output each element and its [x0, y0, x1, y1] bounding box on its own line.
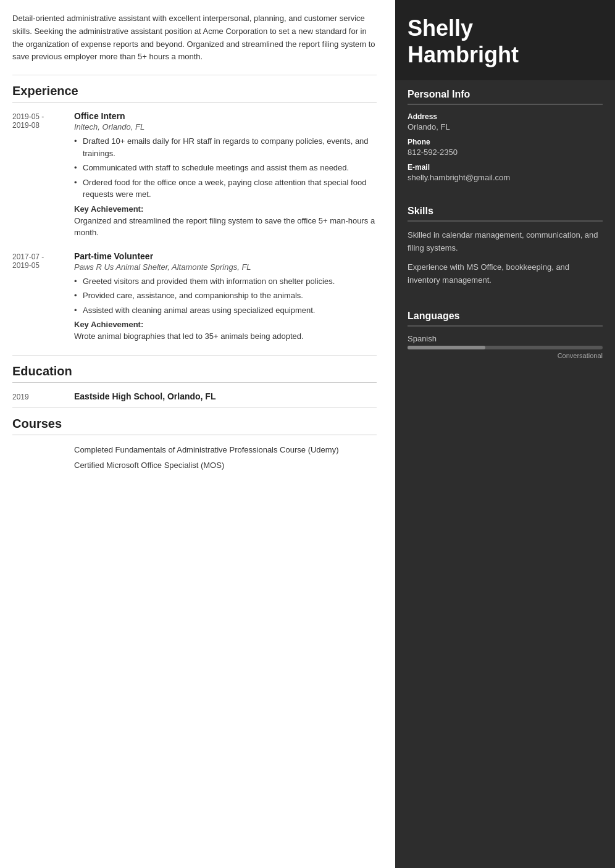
phone-value: 812-592-2350 [408, 148, 603, 157]
experience-item-1: 2019-05 - 2019-08 Office Intern Initech,… [12, 111, 377, 239]
exp-title-2: Part-time Volunteer [74, 251, 377, 261]
education-section: Education 2019 Eastside High School, Orl… [12, 364, 377, 408]
edu-name-1: Eastside High School, Orlando, FL [74, 391, 215, 401]
course-indent [12, 444, 74, 456]
exp-bullets-1: Drafted 10+ emails daily for HR staff in… [74, 135, 377, 201]
education-title: Education [12, 364, 377, 383]
email-value: shelly.hambright@gmail.com [408, 173, 603, 182]
personal-info-section: Personal Info Address Orlando, FL Phone … [395, 80, 615, 197]
course-text-1: Completed Fundamentals of Administrative… [74, 444, 338, 456]
summary-text: Detail-oriented administrative assistant… [12, 12, 377, 64]
bullet-item: Greeted visitors and provided them with … [74, 275, 377, 288]
sidebar-name-block: Shelly Hambright [395, 0, 615, 80]
experience-title: Experience [12, 84, 377, 102]
bullet-item: Drafted 10+ emails daily for HR staff in… [74, 135, 377, 159]
course-indent [12, 459, 74, 472]
email-label: E-mail [408, 163, 603, 172]
language-bar-container-1 [408, 346, 603, 349]
education-item-1: 2019 Eastside High School, Orlando, FL [12, 391, 377, 401]
address-label: Address [408, 112, 603, 121]
exp-bullets-2: Greeted visitors and provided them with … [74, 275, 377, 317]
key-achievement-text-2: Wrote animal biographies that led to 35+… [74, 330, 377, 343]
courses-section: Courses Completed Fundamentals of Admini… [12, 417, 377, 472]
language-bar-fill-1 [408, 346, 485, 349]
language-level-1: Conversational [408, 352, 603, 359]
courses-title: Courses [12, 417, 377, 435]
edu-year-1: 2019 [12, 391, 74, 401]
bullet-item: Ordered food for the office once a week,… [74, 177, 377, 201]
language-item-1: Spanish Conversational [408, 334, 603, 359]
sidebar-name: Shelly Hambright [408, 15, 603, 68]
sidebar: Shelly Hambright Personal Info Address O… [395, 0, 615, 868]
skills-title: Skills [408, 206, 603, 222]
exp-details-1: Office Intern Initech, Orlando, FL Draft… [74, 111, 377, 239]
language-name-1: Spanish [408, 334, 603, 343]
summary-section: Detail-oriented administrative assistant… [12, 12, 377, 75]
exp-company-1: Initech, Orlando, FL [74, 122, 377, 131]
main-content: Detail-oriented administrative assistant… [0, 0, 395, 868]
exp-company-2: Paws R Us Animal Shelter, Altamonte Spri… [74, 262, 377, 272]
languages-section: Languages Spanish Conversational [395, 302, 615, 368]
course-item-2: Certified Microsoft Office Specialist (M… [12, 459, 377, 472]
exp-dates-1: 2019-05 - 2019-08 [12, 111, 74, 239]
skills-section: Skills Skilled in calendar management, c… [395, 197, 615, 301]
key-achievement-label-1: Key Achievement: [74, 204, 377, 214]
course-item-1: Completed Fundamentals of Administrative… [12, 444, 377, 456]
exp-details-2: Part-time Volunteer Paws R Us Animal She… [74, 251, 377, 343]
experience-section: Experience 2019-05 - 2019-08 Office Inte… [12, 84, 377, 356]
languages-title: Languages [408, 311, 603, 327]
exp-title-1: Office Intern [74, 111, 377, 121]
personal-info-title: Personal Info [408, 89, 603, 105]
phone-label: Phone [408, 138, 603, 146]
skill-text-2: Experience with MS Office, bookkeeping, … [408, 261, 603, 287]
key-achievement-label-2: Key Achievement: [74, 320, 377, 329]
bullet-item: Communicated with staff to schedule meet… [74, 162, 377, 174]
experience-item-2: 2017-07 - 2019-05 Part-time Volunteer Pa… [12, 251, 377, 343]
address-value: Orlando, FL [408, 122, 603, 131]
bullet-item: Assisted with cleaning animal areas usin… [74, 304, 377, 317]
bullet-item: Provided care, assistance, and companion… [74, 290, 377, 302]
key-achievement-text-1: Organized and streamlined the report fil… [74, 215, 377, 239]
exp-dates-2: 2017-07 - 2019-05 [12, 251, 74, 343]
course-text-2: Certified Microsoft Office Specialist (M… [74, 459, 224, 472]
skill-text-1: Skilled in calendar management, communic… [408, 229, 603, 255]
